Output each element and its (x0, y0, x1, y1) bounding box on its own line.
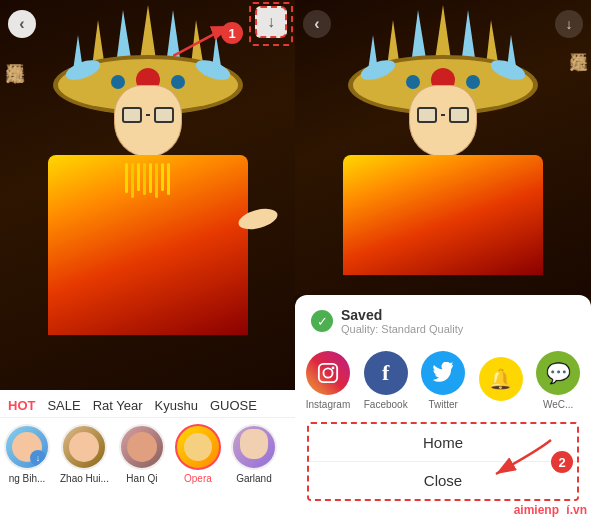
svg-point-31 (332, 367, 335, 370)
svg-point-10 (111, 75, 125, 89)
bottom-tabs: HOT SALE Rat Year Kyushu GUOSE ↓ ng Bih.… (0, 390, 295, 525)
left-panel: 不边是海棠红 (0, 0, 295, 525)
avatar-circle-opera (175, 424, 221, 470)
social-item-twitter[interactable]: Twitter (421, 351, 465, 410)
tab-sale[interactable]: SALE (47, 398, 80, 413)
svg-rect-29 (319, 364, 337, 382)
back-button-left[interactable]: ‹ (8, 10, 36, 38)
svg-marker-15 (435, 5, 451, 60)
avatar-name-2: Zhao Hui... (60, 473, 109, 484)
svg-point-30 (323, 368, 332, 377)
svg-point-26 (466, 75, 480, 89)
saved-quality: Quality: Standard Quality (341, 323, 463, 335)
avatars-row: ↓ ng Bih... Zhao Hui... Han Qi (0, 418, 295, 490)
tab-rat-year[interactable]: Rat Year (93, 398, 143, 413)
wechat-icon: 💬 (536, 351, 580, 395)
avatar-circle-1: ↓ (4, 424, 50, 470)
instagram-icon (306, 351, 350, 395)
avatar-download-badge-1: ↓ (30, 450, 46, 466)
bell-icon: 🔔 (479, 357, 523, 401)
arrow-2 (481, 432, 561, 487)
avatar-item-2[interactable]: Zhao Hui... (60, 424, 109, 484)
avatar-name-5: Garland (236, 473, 272, 484)
download-button-right[interactable]: ↓ (555, 10, 583, 38)
wechat-label: WeC... (543, 399, 573, 410)
main-container: 不边是海棠红 (0, 0, 591, 525)
back-chevron-left: ‹ (19, 15, 24, 33)
avatar-name-3: Han Qi (126, 473, 157, 484)
social-item-instagram[interactable]: Instagram (306, 351, 350, 410)
watermark: Taimienphí.vn (507, 503, 587, 517)
avatar-circle-3 (119, 424, 165, 470)
social-item-facebook[interactable]: f Facebook (364, 351, 408, 410)
saved-check-icon: ✓ (311, 310, 333, 332)
back-chevron-right: ‹ (314, 15, 319, 33)
svg-marker-0 (140, 5, 156, 60)
social-item-bell[interactable]: 🔔 (479, 357, 523, 405)
twitter-label: Twitter (428, 399, 457, 410)
social-item-wechat[interactable]: 💬 WeC... (536, 351, 580, 410)
tab-guose[interactable]: GUOSE (210, 398, 257, 413)
left-image: 不边是海棠红 (0, 0, 295, 390)
svg-point-25 (406, 75, 420, 89)
avatar-name-opera: Opera (184, 473, 212, 484)
saved-title: Saved (341, 307, 463, 323)
right-panel: 不边是海棠红 (295, 0, 591, 525)
share-panel: ✓ Saved Quality: Standard Quality Instag… (295, 295, 591, 525)
back-button-right[interactable]: ‹ (303, 10, 331, 38)
twitter-icon (421, 351, 465, 395)
facebook-label: Facebook (364, 399, 408, 410)
saved-row: ✓ Saved Quality: Standard Quality (295, 295, 591, 343)
download-icon-right: ↓ (566, 16, 573, 32)
tab-hot[interactable]: HOT (8, 398, 35, 413)
facebook-icon: f (364, 351, 408, 395)
tab-kyushu[interactable]: Kyushu (155, 398, 198, 413)
annotation-box-1 (249, 2, 293, 46)
instagram-label: Instagram (306, 399, 350, 410)
avatar-item-1[interactable]: ↓ ng Bih... (4, 424, 50, 484)
badge-1: 1 (221, 22, 243, 44)
right-image: 不边是海棠红 (295, 0, 591, 295)
avatar-circle-2 (61, 424, 107, 470)
avatar-item-3[interactable]: Han Qi (119, 424, 165, 484)
tabs-row: HOT SALE Rat Year Kyushu GUOSE (0, 390, 295, 418)
svg-point-11 (171, 75, 185, 89)
avatar-circle-5 (231, 424, 277, 470)
avatar-item-opera[interactable]: Opera (175, 424, 221, 484)
saved-text-group: Saved Quality: Standard Quality (341, 307, 463, 335)
avatar-name-1: ng Bih... (9, 473, 46, 484)
social-icons-row: Instagram f Facebook Twitter (295, 343, 591, 418)
avatar-item-5[interactable]: Garland (231, 424, 277, 484)
